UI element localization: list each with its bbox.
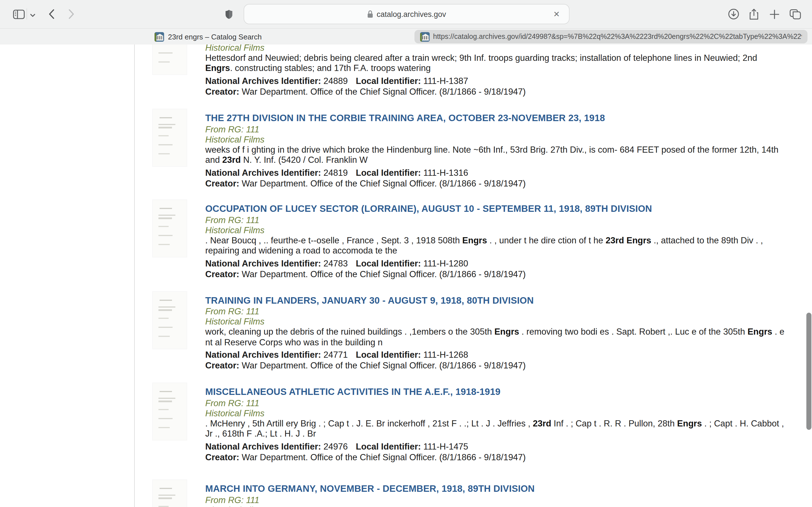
tab-group-dropdown-button[interactable] [29,0,37,28]
result-record-group[interactable]: From RG: 111 [205,306,786,317]
back-icon [48,9,54,19]
result-title-link[interactable]: THE 27TH DIVISION IN THE CORBIE TRAINING… [205,112,786,123]
search-results-page: Historical Films Hettesdorf and Neuwied;… [0,45,812,507]
local-id-value: 111-H-1268 [423,350,468,359]
tab-inactive[interactable]: https://catalog.archives.gov/id/24998?&s… [414,30,808,43]
nai-label: National Archives Identifier: [205,350,321,359]
chevron-down-icon [30,13,36,17]
nara-favicon-icon [154,32,164,41]
search-result: TRAINING IN FLANDERS, JANUARY 30 - AUGUS… [153,294,786,373]
facet-column-divider [134,45,135,507]
back-button[interactable] [46,0,56,28]
local-id-value: 111-H-1316 [423,168,468,177]
result-creator: Creator: War Department. Office of the C… [205,86,786,97]
tab-bar: 23rd engrs – Catalog Search https://cata… [0,29,812,45]
toolbar-separator [27,8,27,20]
downloads-button[interactable] [727,0,740,28]
nai-value: 24771 [323,350,348,359]
result-thumbnail[interactable] [153,109,187,166]
local-id-label: Local Identifier: [356,258,421,268]
search-result: MARCH INTO GERMANY, NOVEMBER - DECEMBER,… [153,483,786,507]
result-identifiers: National Archives Identifier: 24771 Loca… [205,349,786,360]
creator-value: War Department. Office of the Chief Sign… [242,452,525,462]
url-bar-content: catalog.archives.gov [367,10,446,18]
search-result: OCCUPATION OF LUCEY SECTOR (LORRAINE), A… [153,203,786,282]
nai-value: 24783 [323,258,348,268]
nai-value: 24819 [323,168,348,177]
local-id-label: Local Identifier: [356,350,421,359]
result-thumbnail[interactable] [153,291,187,348]
result-description: . Near Boucq , .. feurthe-e t--oselle , … [205,235,786,256]
result-title-link[interactable]: OCCUPATION OF LUCEY SECTOR (LORRAINE), A… [205,203,786,214]
creator-label: Creator: [205,360,239,370]
result-thumbnail[interactable] [153,200,187,257]
result-title-link[interactable]: TRAINING IN FLANDERS, JANUARY 30 - AUGUS… [205,294,786,305]
result-description: work, cleaning up the debris of the ruin… [205,327,786,348]
sidebar-toggle-icon [13,9,24,19]
result-series[interactable]: Historical Films [205,317,786,327]
result-thumbnail[interactable] [153,383,187,440]
creator-value: War Department. Office of the Chief Sign… [242,360,525,370]
result-identifiers: National Archives Identifier: 24819 Loca… [205,167,786,178]
nai-label: National Archives Identifier: [205,441,321,451]
share-icon [749,8,759,20]
tab-overview-icon [789,9,801,19]
result-description: . McHenry , 5th Artill ery Brig . ; Cap … [205,418,786,439]
local-id-label: Local Identifier: [356,168,421,177]
result-series[interactable]: Historical Films [205,408,786,418]
result-record-group[interactable]: From RG: 111 [205,124,786,134]
result-series[interactable]: Historical Films [205,45,786,53]
stop-loading-button[interactable]: ✕ [550,4,563,24]
result-record-group[interactable]: From RG: 111 [205,495,786,505]
lock-icon [367,10,373,18]
result-identifiers: National Archives Identifier: 24783 Loca… [205,258,786,269]
scrollbar-thumb[interactable] [806,313,811,430]
nai-value: 24889 [323,76,348,86]
forward-icon [68,9,74,19]
result-thumbnail[interactable] [153,45,187,74]
download-icon [728,8,739,20]
creator-value: War Department. Office of the Chief Sign… [242,269,525,279]
privacy-report-button[interactable] [223,0,235,28]
nai-label: National Archives Identifier: [205,76,321,86]
tab-active[interactable]: 23rd engrs – Catalog Search [4,29,412,45]
nara-favicon-icon [420,32,430,41]
new-tab-button[interactable] [768,0,780,28]
result-title-link[interactable]: MARCH INTO GERMANY, NOVEMBER - DECEMBER,… [205,483,786,494]
close-icon: ✕ [553,10,560,18]
result-description: weeks of f i ghting in the drive which b… [205,145,786,165]
sidebar-toggle-button[interactable] [11,0,26,28]
nai-label: National Archives Identifier: [205,168,321,177]
tab-url: https://catalog.archives.gov/id/24998?&s… [433,33,802,41]
url-domain: catalog.archives.gov [377,10,446,18]
plus-icon [769,9,779,19]
browser-toolbar: catalog.archives.gov ✕ [0,0,812,29]
result-series[interactable]: Historical Films [205,134,786,145]
result-identifiers: National Archives Identifier: 24889 Loca… [205,75,786,86]
creator-label: Creator: [205,87,239,96]
tab-overview-button[interactable] [788,0,802,28]
result-creator: Creator: War Department. Office of the C… [205,269,786,279]
search-result: MISCELLANEOUS ATHLETIC ACTIVITIES IN THE… [153,386,786,465]
result-thumbnail[interactable] [153,480,187,507]
result-record-group[interactable]: From RG: 111 [205,215,786,225]
result-title-link[interactable]: MISCELLANEOUS ATHLETIC ACTIVITIES IN THE… [205,386,786,397]
forward-button[interactable] [66,0,76,28]
tab-title: 23rd engrs – Catalog Search [168,33,262,41]
url-bar[interactable]: catalog.archives.gov ✕ [244,4,569,24]
result-creator: Creator: War Department. Office of the C… [205,360,786,371]
creator-value: War Department. Office of the Chief Sign… [242,87,525,96]
result-identifiers: National Archives Identifier: 24976 Loca… [205,441,786,452]
local-id-label: Local Identifier: [356,76,421,86]
share-button[interactable] [748,0,760,28]
result-series[interactable]: Historical Films [205,225,786,235]
search-result: Historical Films Hettesdorf and Neuwied;… [153,45,786,99]
result-series[interactable]: Historical Films [205,505,786,507]
result-description: Hettesdorf and Neuwied; debris being cle… [205,53,786,73]
browser-window: catalog.archives.gov ✕ [0,0,812,507]
result-record-group[interactable]: From RG: 111 [205,398,786,408]
nai-label: National Archives Identifier: [205,258,321,268]
search-result: THE 27TH DIVISION IN THE CORBIE TRAINING… [153,112,786,191]
local-id-label: Local Identifier: [356,441,421,451]
creator-label: Creator: [205,269,239,279]
